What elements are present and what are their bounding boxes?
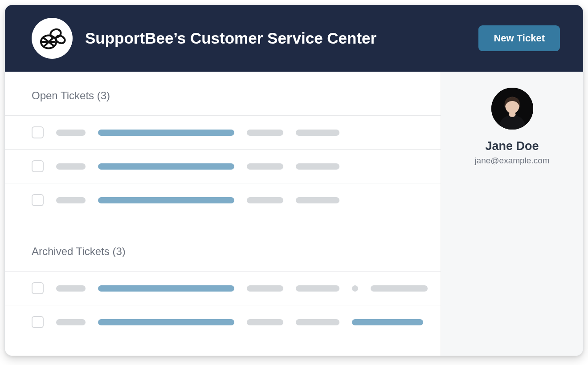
ticket-id-placeholder — [56, 319, 86, 325]
ticket-meta-placeholder — [247, 163, 283, 170]
ticket-meta-placeholder — [296, 130, 339, 136]
ticket-checkbox[interactable] — [32, 282, 44, 294]
status-dot — [352, 285, 358, 292]
ticket-tag-placeholder — [352, 319, 423, 325]
ticket-id-placeholder — [56, 163, 86, 170]
new-ticket-button[interactable]: New Ticket — [478, 25, 560, 51]
page-title: SupportBee’s Customer Service Center — [85, 29, 466, 47]
ticket-meta-placeholder — [247, 197, 283, 203]
ticket-subject-placeholder — [98, 130, 234, 136]
svg-point-5 — [509, 112, 515, 117]
ticket-meta-placeholder — [247, 130, 283, 136]
ticket-row[interactable] — [5, 115, 441, 149]
ticket-id-placeholder — [56, 285, 86, 292]
ticket-meta-placeholder — [247, 319, 283, 325]
avatar — [491, 88, 533, 130]
ticket-meta-placeholder — [247, 285, 283, 292]
ticket-row[interactable] — [5, 305, 441, 339]
user-name: Jane Doe — [485, 139, 539, 153]
ticket-subject-placeholder — [98, 163, 234, 170]
ticket-checkbox[interactable] — [32, 160, 44, 172]
ticket-meta-placeholder — [296, 285, 339, 292]
ticket-checkbox[interactable] — [32, 194, 44, 206]
ticket-row[interactable] — [5, 271, 441, 305]
ticket-row[interactable] — [5, 183, 441, 217]
user-email: jane@example.com — [474, 156, 549, 166]
ticket-meta-placeholder — [296, 319, 339, 325]
user-sidebar: Jane Doe jane@example.com — [441, 72, 583, 356]
app-header: SupportBee’s Customer Service Center New… — [5, 5, 583, 72]
ticket-row[interactable] — [5, 149, 441, 183]
app-card: SupportBee’s Customer Service Center New… — [4, 4, 584, 356]
ticket-list-main: Open Tickets (3) — [5, 72, 441, 356]
bee-icon — [37, 24, 67, 53]
archived-tickets-heading: Archived Tickets (3) — [5, 227, 441, 271]
ticket-subject-placeholder — [98, 197, 234, 203]
avatar-image — [491, 88, 533, 130]
ticket-checkbox[interactable] — [32, 316, 44, 328]
ticket-subject-placeholder — [98, 319, 234, 325]
ticket-subject-placeholder — [98, 285, 234, 292]
ticket-meta-placeholder — [371, 285, 428, 292]
ticket-meta-placeholder — [296, 163, 339, 170]
app-body: Open Tickets (3) — [5, 72, 583, 356]
ticket-checkbox[interactable] — [32, 126, 44, 138]
brand-logo — [32, 18, 73, 59]
ticket-meta-placeholder — [296, 197, 339, 203]
open-tickets-heading: Open Tickets (3) — [5, 72, 441, 115]
ticket-id-placeholder — [56, 197, 86, 203]
ticket-id-placeholder — [56, 130, 86, 136]
